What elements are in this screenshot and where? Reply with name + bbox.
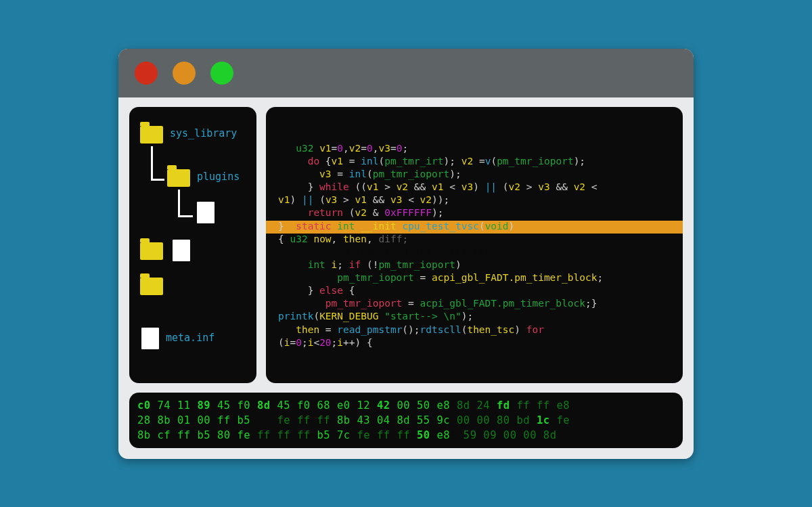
hex-panel: c0 74 11 89 45 f0 8d 45 f0 68 e0 12 42 0… [129,393,683,448]
tree-item-meta-inf[interactable]: meta.inf [166,332,215,344]
tree-line [178,215,193,217]
hex-row: c0 74 11 89 45 f0 8d 45 f0 68 e0 12 42 0… [137,398,675,413]
file-icon[interactable] [197,202,215,223]
tree-item-plugins[interactable]: plugins [197,171,240,183]
folder-icon[interactable] [140,278,163,295]
folder-icon[interactable] [140,126,163,144]
folder-icon[interactable] [167,169,190,187]
hex-row: 8b cf ff b5 80 fe ff ff ff b5 7c fe ff f… [137,428,675,443]
file-icon[interactable] [173,240,190,261]
maximize-icon[interactable] [210,62,233,85]
code-editor[interactable]: u32 v1=0,v2=0,v3=0; do {v1 = inl(pm_tmr_… [266,107,683,383]
tree-line [151,146,153,180]
minimize-icon[interactable] [173,62,196,85]
close-icon[interactable] [135,62,158,85]
tree-line [151,179,164,181]
app-window: sys_library plugins meta.inf [118,49,694,459]
file-icon[interactable] [141,328,159,349]
window-body: sys_library plugins meta.inf [118,97,694,459]
tree-line [178,190,180,217]
folder-icon[interactable] [140,242,163,260]
file-tree: sys_library plugins meta.inf [129,107,256,383]
code-content: u32 v1=0,v2=0,v3=0; do {v1 = inl(pm_tmr_… [278,142,671,349]
tree-item-sys-library[interactable]: sys_library [170,127,237,139]
hex-row: 28 8b 01 00 ff b5 fe ff ff 8b 43 04 8d 5… [137,413,675,428]
titlebar [118,49,694,97]
